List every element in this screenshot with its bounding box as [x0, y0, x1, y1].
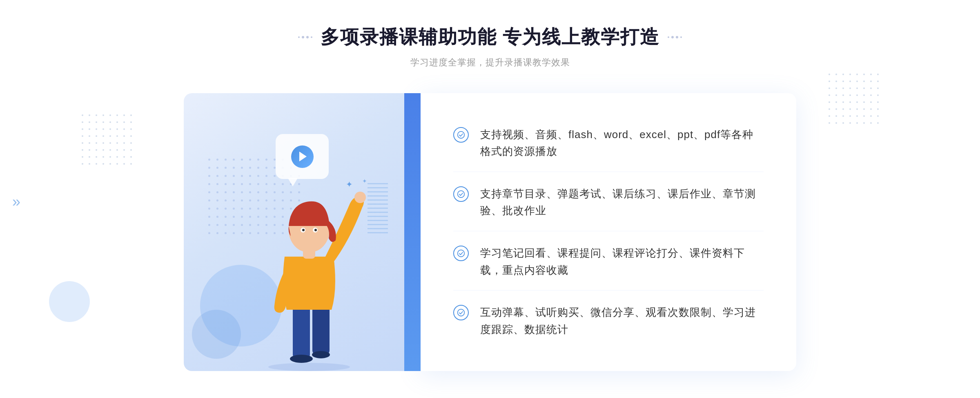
check-icon-2 — [453, 186, 469, 202]
svg-text:✦: ✦ — [346, 180, 353, 189]
feature-item-2: 支持章节目录、弹题考试、课后练习、课后作业、章节测验、批改作业 — [453, 174, 764, 231]
svg-point-0 — [268, 363, 350, 371]
svg-point-16 — [458, 250, 465, 257]
left-title-decoration — [298, 36, 312, 38]
svg-rect-1 — [293, 306, 310, 359]
feature-item-3: 学习笔记回看、课程提问、课程评论打分、课件资料下载，重点内容收藏 — [453, 233, 764, 291]
svg-rect-2 — [312, 306, 330, 355]
left-arrow-decoration: » — [12, 193, 20, 210]
blue-accent-bar — [404, 93, 421, 371]
right-title-decoration — [668, 36, 682, 38]
svg-point-3 — [290, 355, 313, 363]
page-container: (function(){ var c = document.currentScr… — [0, 0, 980, 398]
feature-item-1: 支持视频、音频、flash、word、excel、ppt、pdf等各种格式的资源… — [453, 115, 764, 172]
svg-point-9 — [302, 229, 305, 231]
feature-text-3: 学习笔记回看、课程提问、课程评论打分、课件资料下载，重点内容收藏 — [480, 245, 764, 279]
feature-text-4: 互动弹幕、试听购买、微信分享、观看次数限制、学习进度跟踪、数据统计 — [480, 304, 764, 338]
feature-text-2: 支持章节目录、弹题考试、课后练习、课后作业、章节测验、批改作业 — [480, 186, 764, 219]
svg-point-11 — [354, 192, 366, 203]
svg-point-4 — [312, 351, 330, 358]
info-panel: 支持视频、音频、flash、word、excel、ppt、pdf等各种格式的资源… — [421, 93, 796, 371]
svg-point-14 — [458, 131, 465, 138]
person-illustration: ✦ ✦ — [240, 159, 379, 371]
feature-item-4: 互动弹幕、试听购买、微信分享、观看次数限制、学习进度跟踪、数据统计 — [453, 293, 764, 349]
subtitle: 学习进度全掌握，提升录播课教学效果 — [298, 56, 682, 69]
feature-text-1: 支持视频、音频、flash、word、excel、ppt、pdf等各种格式的资源… — [480, 126, 764, 160]
svg-point-10 — [314, 229, 317, 231]
side-dots-right-decoration: (function(){ var c = document.currentScr… — [829, 74, 882, 127]
svg-point-17 — [458, 309, 465, 316]
circle-decoration-2 — [192, 310, 241, 359]
check-icon-3 — [453, 246, 469, 261]
svg-text:✦: ✦ — [362, 178, 367, 184]
title-row: 多项录播课辅助功能 专为线上教学打造 — [298, 25, 682, 50]
header-section: 多项录播课辅助功能 专为线上教学打造 学习进度全掌握，提升录播课教学效果 — [298, 25, 682, 69]
content-area: (function(){ var c = document.currentScr… — [184, 93, 796, 371]
check-icon-1 — [453, 127, 469, 143]
main-title: 多项录播课辅助功能 专为线上教学打造 — [321, 25, 660, 50]
blue-circle-decoration — [49, 281, 90, 322]
illustration-container: (function(){ var c = document.currentScr… — [184, 93, 421, 371]
svg-point-15 — [458, 190, 465, 197]
check-icon-4 — [453, 305, 469, 320]
side-dots-left-decoration: (function(){ var c = document.currentScr… — [82, 114, 135, 168]
